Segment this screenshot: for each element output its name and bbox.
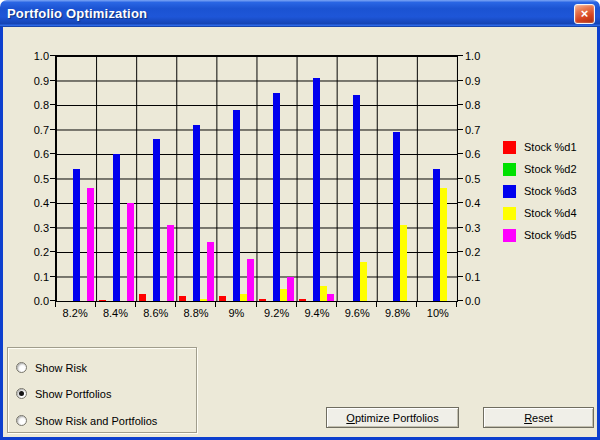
y-axis-label: 0.5 — [23, 173, 49, 185]
bar-stock-d3 — [273, 93, 280, 301]
y-axis-left: 1.00.90.80.70.60.50.40.30.20.10.0 — [23, 55, 49, 300]
axis-tick — [458, 178, 463, 179]
title-bar[interactable]: Portfolio Optimization × — [0, 0, 600, 27]
optimize-portfolios-button[interactable]: Optimize Portfolios — [326, 407, 459, 428]
bar-stock-d3 — [73, 169, 80, 301]
portfolio-optimization-window: Portfolio Optimization × 1.00.90.80.70.6… — [0, 0, 600, 440]
x-axis-label: 8.6% — [136, 307, 176, 321]
axis-tick — [458, 202, 463, 203]
y-axis-label: 0.7 — [465, 124, 491, 136]
reset-button[interactable]: Reset — [483, 407, 594, 428]
bar-group — [297, 56, 337, 301]
radio-label[interactable]: Show Risk — [35, 362, 87, 374]
x-axis-labels: 8.2%8.4%8.6%8.8%9%9.2%9.4%9.6%9.8%10% — [55, 307, 458, 321]
x-axis-label: 9.8% — [377, 307, 417, 321]
x-axis-label: 9.6% — [337, 307, 377, 321]
radio-option[interactable]: Show Risk — [16, 361, 87, 374]
axis-tick — [458, 80, 463, 81]
axis-tick — [50, 202, 55, 203]
close-button[interactable]: × — [574, 4, 595, 24]
radio-label[interactable]: Show Portfolios — [35, 388, 111, 400]
bar-stock-d1 — [219, 296, 226, 301]
bar-stock-d3 — [313, 78, 320, 301]
legend-item: Stock %d1 — [503, 136, 577, 158]
y-axis-label: 1.0 — [23, 50, 49, 62]
window-title: Portfolio Optimization — [7, 6, 147, 21]
axis-tick — [50, 251, 55, 252]
x-axis-label: 9% — [216, 307, 256, 321]
bar-stock-d4 — [360, 262, 367, 301]
legend-label: Stock %d2 — [524, 163, 577, 175]
bar-stock-d3 — [433, 169, 440, 301]
y-axis-label: 0.2 — [23, 246, 49, 258]
axis-tick — [50, 129, 55, 130]
bar-group — [256, 56, 296, 301]
y-axis-label: 0.4 — [23, 197, 49, 209]
y-axis-label: 0.0 — [465, 295, 491, 307]
bar-stock-d4 — [200, 299, 207, 301]
bar-stock-d4 — [240, 294, 247, 301]
radio-button[interactable] — [16, 415, 27, 426]
x-axis-label: 9.4% — [297, 307, 337, 321]
bar-stock-d3 — [153, 139, 160, 301]
legend-swatch — [503, 141, 516, 154]
axis-tick — [50, 300, 55, 301]
bar-group — [417, 56, 457, 301]
window-frame: 1.00.90.80.70.60.50.40.30.20.10.0 1.00.9… — [0, 27, 600, 440]
axis-tick — [458, 276, 463, 277]
bar-stock-d3 — [353, 95, 360, 301]
display-options-group: Show RiskShow PortfoliosShow Risk and Po… — [7, 347, 197, 433]
bar-stock-d1 — [259, 299, 266, 301]
axis-tick — [458, 104, 463, 105]
y-axis-label: 0.3 — [23, 222, 49, 234]
bar-group — [337, 56, 377, 301]
bar-stock-d4 — [280, 289, 287, 301]
radio-option[interactable]: Show Risk and Portfolios — [16, 414, 157, 427]
axis-tick — [50, 276, 55, 277]
bar-stock-d3 — [393, 132, 400, 301]
y-axis-label: 0.1 — [23, 271, 49, 283]
radio-button[interactable] — [16, 388, 27, 399]
y-axis-label: 0.3 — [465, 222, 491, 234]
bar-group — [216, 56, 256, 301]
legend-label: Stock %d4 — [524, 207, 577, 219]
reset-accesskey: R — [524, 412, 532, 424]
radio-option[interactable]: Show Portfolios — [16, 387, 111, 400]
chart-bars — [56, 56, 457, 301]
axis-tick — [458, 153, 463, 154]
bar-stock-d1 — [139, 294, 146, 301]
bar-stock-d3 — [193, 125, 200, 301]
legend-label: Stock %d3 — [524, 185, 577, 197]
axis-tick — [50, 227, 55, 228]
y-axis-label: 1.0 — [465, 50, 491, 62]
bar-stock-d4 — [320, 286, 327, 301]
y-axis-label: 0.6 — [465, 148, 491, 160]
radio-label[interactable]: Show Risk and Portfolios — [35, 415, 157, 427]
bar-stock-d5 — [287, 277, 294, 302]
legend-swatch — [503, 185, 516, 198]
legend-label: Stock %d1 — [524, 141, 577, 153]
y-axis-label: 0.2 — [465, 246, 491, 258]
y-axis-right: 1.00.90.80.70.60.50.40.30.20.10.0 — [465, 55, 491, 300]
axis-tick — [458, 129, 463, 130]
y-axis-label: 0.8 — [23, 99, 49, 111]
bar-stock-d1 — [179, 296, 186, 301]
bar-stock-d5 — [127, 203, 134, 301]
y-axis-label: 0.8 — [465, 99, 491, 111]
legend-swatch — [503, 207, 516, 220]
y-axis-label: 0.4 — [465, 197, 491, 209]
radio-dot — [19, 391, 24, 396]
reset-label-rest: eset — [532, 412, 553, 424]
y-axis-label: 0.0 — [23, 295, 49, 307]
x-axis-label: 8.4% — [95, 307, 135, 321]
bar-stock-d4 — [400, 225, 407, 301]
dialog-client-area: 1.00.90.80.70.60.50.40.30.20.10.0 1.00.9… — [3, 27, 597, 437]
bar-group — [377, 56, 417, 301]
radio-button[interactable] — [16, 362, 27, 373]
bar-stock-d5 — [167, 225, 174, 301]
axis-tick — [50, 104, 55, 105]
legend-swatch — [503, 163, 516, 176]
bar-group — [56, 56, 96, 301]
axis-tick — [50, 178, 55, 179]
bar-group — [96, 56, 136, 301]
